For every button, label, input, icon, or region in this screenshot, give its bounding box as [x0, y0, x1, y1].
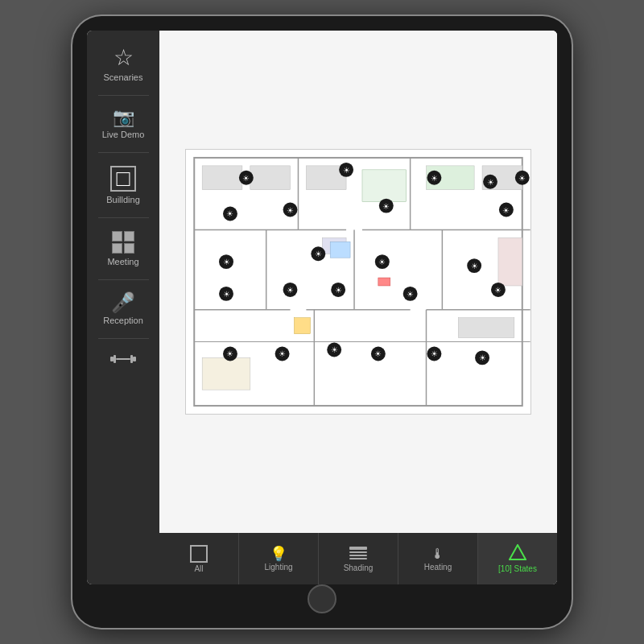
svg-rect-82	[349, 551, 367, 553]
toolbar-item-states[interactable]: [10] States	[478, 533, 557, 584]
tablet: ☆ Scenaries 📷 Live Demo □ Buillding	[72, 16, 572, 628]
floor-plan-area: ☀ ☀ ☀ ☀	[159, 31, 557, 533]
sidebar-item-label-building: Buillding	[106, 195, 140, 204]
svg-rect-0	[110, 357, 114, 361]
svg-rect-29	[202, 357, 250, 390]
svg-rect-28	[458, 318, 514, 338]
svg-text:☀: ☀	[502, 206, 510, 215]
fitness-icon	[110, 352, 136, 368]
svg-text:☀: ☀	[382, 202, 390, 211]
toolbar-label-lighting: Lighting	[264, 563, 292, 572]
svg-marker-85	[510, 545, 526, 559]
svg-rect-4	[133, 357, 136, 361]
svg-text:☀: ☀	[242, 174, 250, 183]
home-button[interactable]	[308, 584, 336, 613]
sidebar-item-reception[interactable]: 🎤 Reception	[87, 285, 159, 333]
toolbar-item-shading[interactable]: Shading	[319, 533, 398, 584]
toolbar-label-states: [10] States	[498, 564, 537, 573]
svg-text:☀: ☀	[431, 174, 438, 183]
svg-text:☀: ☀	[226, 349, 233, 358]
svg-rect-3	[130, 355, 133, 363]
svg-text:☀: ☀	[471, 262, 478, 270]
sidebar-divider-1	[98, 95, 149, 96]
svg-rect-2	[116, 358, 130, 360]
main-area: ☀ ☀ ☀ ☀	[159, 31, 557, 584]
svg-rect-25	[362, 170, 407, 202]
svg-text:☀: ☀	[331, 345, 338, 354]
svg-text:☀: ☀	[287, 206, 294, 215]
mic-icon: 🎤	[111, 293, 135, 312]
svg-text:☀: ☀	[335, 286, 342, 295]
svg-text:☀: ☀	[343, 166, 350, 175]
states-icon	[509, 544, 526, 563]
svg-text:☀: ☀	[315, 250, 322, 258]
floor-plan: ☀ ☀ ☀ ☀	[185, 149, 531, 415]
heating-icon: 🌡	[431, 547, 445, 561]
sidebar-item-building[interactable]: □ Buillding	[87, 158, 159, 213]
svg-rect-27	[498, 237, 522, 286]
svg-rect-20	[202, 166, 242, 190]
sidebar-item-scenaries[interactable]: ☆ Scenaries	[87, 39, 159, 90]
svg-text:☀: ☀	[374, 349, 382, 358]
svg-text:☀: ☀	[223, 290, 230, 299]
home-button-area	[87, 584, 557, 613]
svg-text:☀: ☀	[407, 290, 414, 299]
building-icon: □	[110, 166, 136, 192]
star-icon: ☆	[114, 47, 134, 69]
tablet-screen: ☆ Scenaries 📷 Live Demo □ Buillding	[87, 31, 557, 584]
svg-rect-1	[114, 355, 116, 363]
svg-text:☀: ☀	[223, 258, 230, 266]
lighting-icon: 💡	[270, 547, 287, 561]
sidebar: ☆ Scenaries 📷 Live Demo □ Buillding	[87, 31, 159, 584]
sidebar-item-label-meeting: Meeting	[107, 257, 138, 266]
svg-text:☀: ☀	[487, 178, 494, 187]
sidebar-divider-5	[98, 338, 149, 339]
svg-text:☀: ☀	[378, 258, 386, 266]
sidebar-item-fitness[interactable]	[87, 344, 159, 376]
sidebar-item-meeting[interactable]: Meeting	[87, 223, 159, 275]
svg-rect-31	[294, 318, 310, 334]
svg-text:☀: ☀	[518, 174, 526, 183]
toolbar-item-lighting[interactable]: 💡 Lighting	[239, 533, 319, 584]
svg-rect-32	[378, 278, 390, 286]
sidebar-divider-4	[98, 279, 149, 280]
svg-text:☀: ☀	[494, 286, 502, 295]
floor-plan-svg: ☀ ☀ ☀ ☀	[186, 150, 530, 414]
svg-text:☀: ☀	[431, 349, 438, 358]
svg-rect-30	[330, 242, 350, 258]
camera-icon: 📷	[113, 109, 134, 126]
svg-rect-83	[349, 555, 367, 556]
svg-text:☀: ☀	[226, 209, 233, 218]
sidebar-item-label-scenaries: Scenaries	[104, 72, 143, 82]
sidebar-item-live-demo[interactable]: 📷 Live Demo	[87, 101, 159, 147]
toolbar-label-shading: Shading	[344, 564, 374, 572]
shading-icon	[349, 546, 367, 562]
all-icon	[190, 545, 208, 563]
bottom-toolbar: All 💡 Lighting	[159, 533, 557, 584]
svg-rect-21	[250, 166, 291, 190]
svg-text:☀: ☀	[287, 286, 294, 295]
svg-text:☀: ☀	[279, 349, 286, 358]
screen-body: ☆ Scenaries 📷 Live Demo □ Buillding	[87, 31, 557, 584]
toolbar-item-all[interactable]: All	[159, 533, 239, 584]
sidebar-divider-3	[98, 217, 149, 218]
svg-rect-81	[349, 547, 367, 550]
sidebar-item-label-live-demo: Live Demo	[102, 130, 145, 139]
svg-text:☀: ☀	[479, 353, 486, 362]
meeting-icon	[112, 231, 134, 254]
toolbar-item-heating[interactable]: 🌡 Heating	[398, 533, 478, 584]
sidebar-item-label-reception: Reception	[103, 316, 143, 325]
svg-rect-84	[349, 558, 367, 559]
toolbar-label-all: All	[194, 564, 203, 573]
sidebar-divider-2	[98, 152, 149, 153]
toolbar-label-heating: Heating	[424, 563, 452, 572]
